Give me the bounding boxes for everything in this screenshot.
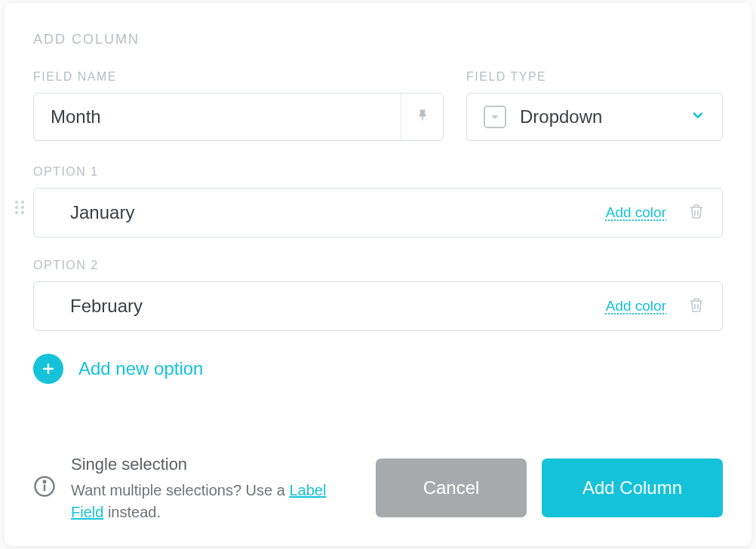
chevron-down-icon [690,108,705,126]
pin-button[interactable] [401,94,443,140]
field-row: FIELD NAME FIELD TYPE Dropdown [33,70,723,141]
plus-icon [33,354,63,384]
pin-icon [416,109,429,125]
svg-point-2 [15,206,18,209]
option-label: OPTION 2 [33,259,723,272]
option-block: OPTION 2Add color [33,259,723,331]
option-input[interactable] [70,202,592,223]
svg-point-3 [21,206,24,209]
field-name-group: FIELD NAME [33,70,444,141]
svg-point-0 [15,201,18,204]
add-column-modal: ADD COLUMN FIELD NAME FIELD TYPE Dropdow… [5,3,751,546]
field-type-select[interactable]: Dropdown [466,93,723,141]
field-type-label: FIELD TYPE [466,70,723,84]
info-icon [33,475,56,501]
add-new-option-button[interactable]: Add new option [33,354,723,384]
info-prefix: Want multiple selections? Use a [71,482,289,498]
svg-point-5 [21,211,24,214]
add-new-option-label: Add new option [78,358,203,379]
field-type-group: FIELD TYPE Dropdown [466,70,723,141]
info-title: Single selection [71,452,361,477]
cancel-button[interactable]: Cancel [376,459,527,517]
info-suffix: instead. [103,504,161,520]
add-column-button[interactable]: Add Column [542,459,723,517]
field-name-input-wrap [33,93,444,141]
info-body: Want multiple selections? Use a Label Fi… [71,480,361,523]
add-color-link[interactable]: Add color [606,204,666,221]
option-block: OPTION 1Add color [33,165,723,238]
trash-icon[interactable] [687,202,705,223]
modal-footer: Single selection Want multiple selection… [33,452,723,523]
modal-title: ADD COLUMN [33,32,723,48]
field-name-label: FIELD NAME [33,70,444,84]
dropdown-type-icon [484,106,506,128]
svg-point-4 [15,211,18,214]
info-text: Single selection Want multiple selection… [71,452,361,523]
option-label: OPTION 1 [33,165,723,179]
field-name-input[interactable] [34,106,401,127]
option-input[interactable] [70,296,592,317]
option-input-wrap: Add color [33,188,723,238]
option-input-wrap: Add color [33,281,723,331]
trash-icon[interactable] [687,296,705,317]
svg-point-1 [21,201,24,204]
field-type-value: Dropdown [520,106,677,127]
drag-handle-icon[interactable] [14,198,26,219]
add-color-link[interactable]: Add color [606,298,666,314]
svg-point-8 [44,481,46,483]
